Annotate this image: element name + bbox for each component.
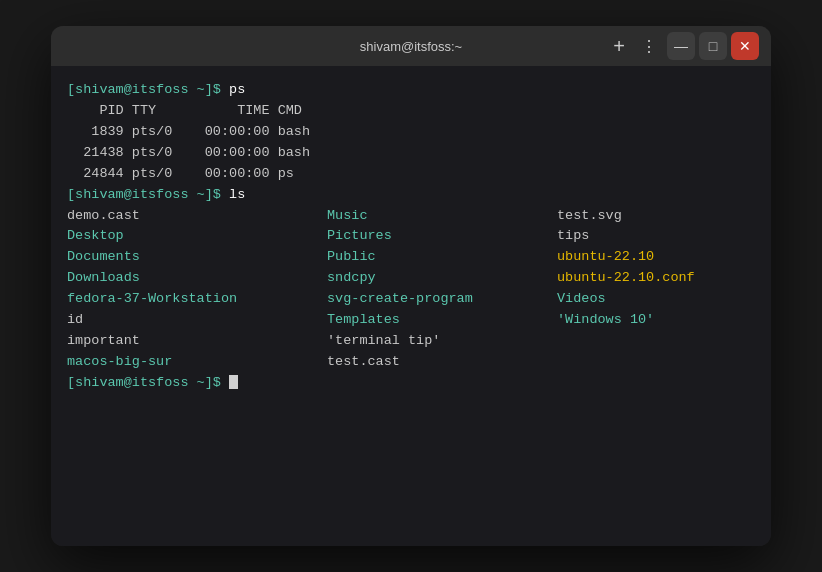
ls-item: test.svg: [557, 206, 755, 227]
titlebar: shivam@itsfoss:~ + ⋮ — □ ✕: [51, 26, 771, 66]
ls-item: ubuntu-22.10: [557, 247, 755, 268]
ls-item: Music: [327, 206, 557, 227]
command-line-empty: [shivam@itsfoss ~]$: [67, 373, 755, 394]
ps-header: PID TTY TIME CMD: [67, 101, 755, 122]
maximize-button[interactable]: □: [699, 32, 727, 60]
terminal-window: shivam@itsfoss:~ + ⋮ — □ ✕ [shivam@itsfo…: [51, 26, 771, 546]
cmd-ls: ls: [221, 187, 245, 202]
close-button[interactable]: ✕: [731, 32, 759, 60]
window-title: shivam@itsfoss:~: [295, 39, 527, 54]
ls-col-1: demo.cast Desktop Documents Downloads fe…: [67, 206, 327, 373]
ls-item: Documents: [67, 247, 327, 268]
ps-row-3: 24844 pts/0 00:00:00 ps: [67, 164, 755, 185]
ls-item: sndcpy: [327, 268, 557, 289]
ls-item: important: [67, 331, 327, 352]
ls-item: Desktop: [67, 226, 327, 247]
new-tab-button[interactable]: +: [607, 31, 631, 62]
ls-item: Templates: [327, 310, 557, 331]
ls-item: Downloads: [67, 268, 327, 289]
prompt-2: [shivam@itsfoss ~]$: [67, 187, 221, 202]
ls-item: svg-create-program: [327, 289, 557, 310]
menu-button[interactable]: ⋮: [635, 33, 663, 60]
cmd-ps: ps: [221, 82, 245, 97]
cursor-area: [221, 375, 238, 390]
terminal-body[interactable]: [shivam@itsfoss ~]$ ps PID TTY TIME CMD …: [51, 66, 771, 546]
titlebar-right: + ⋮ — □ ✕: [527, 31, 759, 62]
ls-item: ubuntu-22.10.conf: [557, 268, 755, 289]
ls-item: 'terminal tip': [327, 331, 557, 352]
ls-col-2: Music Pictures Public sndcpy svg-create-…: [327, 206, 557, 373]
ls-item: macos-big-sur: [67, 352, 327, 373]
ls-col-3: test.svg tips ubuntu-22.10 ubuntu-22.10.…: [557, 206, 755, 373]
ls-item: id: [67, 310, 327, 331]
ls-item: Pictures: [327, 226, 557, 247]
minimize-button[interactable]: —: [667, 32, 695, 60]
ls-item: demo.cast: [67, 206, 327, 227]
terminal-cursor: [229, 375, 238, 389]
command-line-ps: [shivam@itsfoss ~]$ ps: [67, 80, 755, 101]
prompt-3: [shivam@itsfoss ~]$: [67, 375, 221, 390]
command-line-ls: [shivam@itsfoss ~]$ ls: [67, 185, 755, 206]
ls-item: tips: [557, 226, 755, 247]
ls-item: Videos: [557, 289, 755, 310]
ls-item: fedora-37-Workstation: [67, 289, 327, 310]
ls-item: Public: [327, 247, 557, 268]
ls-item: test.cast: [327, 352, 557, 373]
ls-output: demo.cast Desktop Documents Downloads fe…: [67, 206, 755, 373]
ls-item: 'Windows 10': [557, 310, 755, 331]
ps-row-2: 21438 pts/0 00:00:00 bash: [67, 143, 755, 164]
ps-row-1: 1839 pts/0 00:00:00 bash: [67, 122, 755, 143]
prompt-1: [shivam@itsfoss ~]$: [67, 82, 221, 97]
